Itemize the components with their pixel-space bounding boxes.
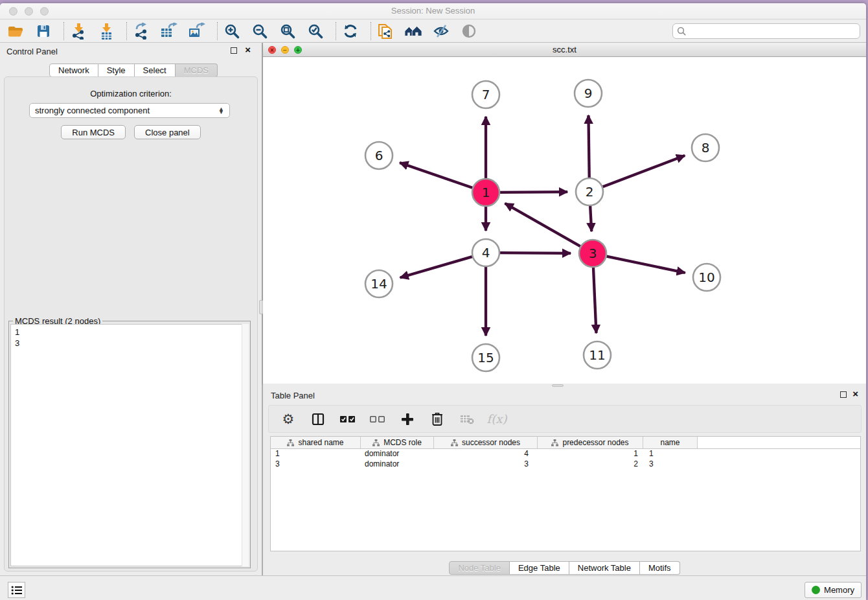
table-cell[interactable]: 1	[643, 449, 698, 459]
control-panel-title: Control Panel	[6, 47, 58, 56]
toggle-columns-icon[interactable]	[310, 411, 326, 427]
column-header-name[interactable]: name	[643, 437, 698, 448]
table-cell[interactable]: 1	[538, 449, 643, 459]
apply-preferred-layout-icon[interactable]	[341, 22, 360, 40]
open-session-icon[interactable]	[6, 22, 25, 40]
delete-table-icon[interactable]	[459, 411, 475, 427]
unselect-all-columns-icon[interactable]	[370, 411, 385, 427]
table-cell[interactable]: 1	[271, 449, 361, 459]
task-history-button[interactable]	[8, 582, 25, 598]
graph-edge-1-2[interactable]	[500, 192, 567, 192]
first-neighbors-icon[interactable]	[404, 22, 422, 40]
column-header-label: successor nodes	[462, 438, 520, 447]
tab-network[interactable]: Network	[49, 63, 98, 77]
export-table-icon[interactable]	[160, 22, 178, 40]
application-window: Session: New Session	[0, 3, 866, 600]
graph-edge-4-14[interactable]	[400, 257, 472, 277]
column-header-shared-name[interactable]: shared name	[271, 437, 361, 448]
tab-network-table[interactable]: Network Table	[569, 561, 640, 575]
optimization-criterion-label: Optimization criterion:	[5, 89, 257, 98]
add-column-icon[interactable]	[400, 411, 415, 427]
node-table: shared nameMCDS rolesuccessor nodesprede…	[270, 436, 861, 551]
graph-node-label-2: 2	[586, 184, 594, 200]
close-table-panel-icon[interactable]: ×	[852, 389, 858, 399]
graph-svg[interactable]: 1234678910111415	[263, 57, 866, 384]
graph-node-label-4: 4	[482, 245, 490, 260]
graph-edge-3-10[interactable]	[607, 257, 685, 273]
column-header-label: shared name	[298, 438, 343, 447]
mcds-result-text[interactable]: 1 3	[10, 324, 249, 566]
table-settings-icon[interactable]: ⚙	[280, 411, 296, 427]
criterion-dropdown[interactable]: strongly connected component ▲▼	[29, 103, 230, 118]
toolbar-separator	[217, 22, 218, 40]
tab-motifs[interactable]: Motifs	[640, 561, 680, 575]
tab-node-table[interactable]: Node Table	[449, 561, 510, 575]
duplicate-network-icon[interactable]	[376, 22, 394, 40]
table-row[interactable]: 3dominator323	[271, 459, 860, 470]
table-cell[interactable]: 4	[434, 449, 538, 459]
import-table-icon[interactable]	[97, 22, 115, 40]
graph-node-label-11: 11	[589, 347, 605, 363]
column-header-successor-nodes[interactable]: successor nodes	[434, 437, 538, 448]
table-panel: Table Panel × ⚙ f(x)	[263, 387, 866, 575]
search-input[interactable]	[689, 25, 860, 37]
table-panel-tabs: Node TableEdge TableNetwork TableMotifs	[263, 561, 866, 575]
table-cell[interactable]: 2	[538, 459, 643, 470]
table-header-row: shared nameMCDS rolesuccessor nodesprede…	[271, 437, 860, 449]
status-bar: Memory	[0, 575, 866, 600]
save-session-icon[interactable]	[34, 22, 52, 40]
float-table-panel-icon[interactable]	[840, 391, 847, 398]
hide-selected-icon[interactable]	[432, 22, 450, 40]
graph-edge-1-6[interactable]	[400, 163, 472, 188]
table-cell[interactable]: 3	[643, 459, 698, 470]
graph-node-label-9: 9	[584, 86, 593, 101]
column-header-predecessor-nodes[interactable]: predecessor nodes	[538, 437, 643, 448]
graph-node-label-3: 3	[589, 246, 597, 261]
tab-select[interactable]: Select	[135, 63, 176, 77]
search-icon	[677, 27, 687, 36]
network-window-titlebar: × − + scc.txt	[263, 43, 866, 57]
show-all-icon[interactable]	[460, 22, 478, 40]
tree-hierarchy-icon	[372, 439, 380, 446]
network-canvas[interactable]: 1234678910111415	[263, 57, 866, 384]
zoom-selected-icon[interactable]	[306, 22, 325, 40]
delete-column-icon[interactable]	[429, 411, 445, 427]
tree-hierarchy-icon	[551, 439, 558, 446]
result-scrollbar[interactable]	[242, 324, 249, 566]
column-header-label: MCDS role	[383, 438, 422, 447]
tab-style[interactable]: Style	[98, 63, 135, 77]
zoom-in-icon[interactable]	[223, 22, 241, 40]
graph-edge-4-3[interactable]	[500, 253, 571, 253]
toolbar-separator	[126, 22, 127, 40]
tab-edge-table[interactable]: Edge Table	[510, 561, 569, 575]
graph-edge-3-1[interactable]	[505, 203, 580, 246]
import-network-icon[interactable]	[69, 22, 87, 40]
table-cell[interactable]: 3	[271, 459, 361, 470]
session-title: Session: New Session	[0, 6, 866, 16]
table-cell[interactable]: dominator	[361, 449, 434, 459]
mcds-result-groupbox: MCDS result (2 nodes) 1 3	[8, 321, 251, 568]
float-panel-icon[interactable]	[231, 47, 237, 54]
export-image-icon[interactable]	[188, 22, 206, 40]
table-cell[interactable]: dominator	[361, 459, 434, 470]
run-mcds-button[interactable]: Run MCDS	[61, 125, 126, 139]
close-panel-icon[interactable]: ×	[245, 45, 251, 55]
table-row[interactable]: 1dominator411	[271, 449, 860, 459]
graph-edge-2-3[interactable]	[590, 206, 591, 231]
select-all-columns-icon[interactable]	[340, 411, 356, 427]
zoom-out-icon[interactable]	[251, 22, 269, 40]
memory-button[interactable]: Memory	[805, 582, 862, 598]
close-panel-button[interactable]: Close panel	[134, 125, 201, 139]
zoom-fit-icon[interactable]	[279, 22, 297, 40]
graph-node-label-7: 7	[482, 87, 490, 102]
graph-edge-2-9[interactable]	[588, 115, 589, 178]
tab-mcds[interactable]: MCDS	[176, 63, 218, 77]
tree-hierarchy-icon	[287, 439, 294, 446]
column-header-mcds-role[interactable]: MCDS role	[361, 437, 434, 448]
table-cell[interactable]: 3	[434, 459, 538, 470]
graph-edge-3-11[interactable]	[593, 268, 597, 333]
export-network-icon[interactable]	[132, 22, 150, 40]
graph-edge-2-8[interactable]	[603, 156, 685, 187]
function-builder-icon[interactable]: f(x)	[489, 411, 505, 427]
control-panel-tabs: NetworkStyleSelectMCDS	[49, 63, 218, 77]
